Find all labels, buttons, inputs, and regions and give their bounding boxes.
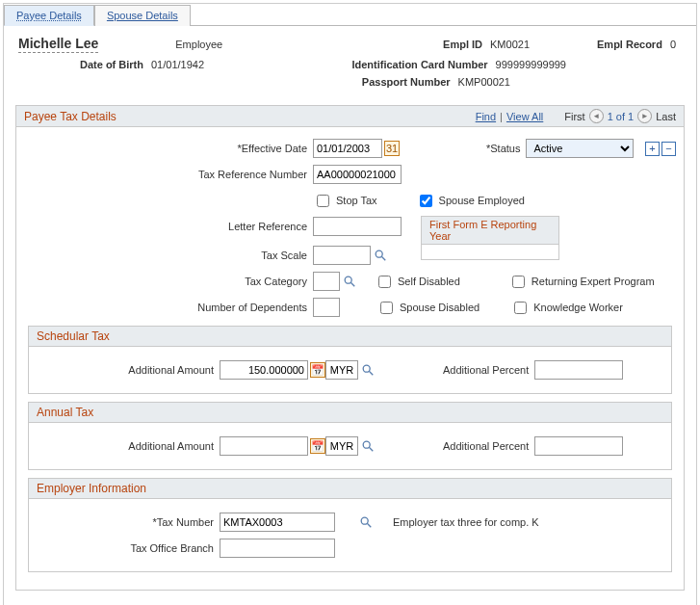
svg-line-1 [381,256,385,260]
tab-strip: Payee Details Spouse Details [4,4,696,26]
first-label: First [564,111,584,122]
tax-category-label: Tax Category [24,276,313,287]
knowledge-worker-label: Knowledge Worker [533,302,623,313]
svg-line-7 [369,447,373,451]
first-form-e-legend: First Form E Reporting Year [421,216,559,245]
annual-tax-section: Annual Tax Additional Amount 📅 Additiona… [28,402,672,470]
annual-amount-input[interactable] [220,436,308,456]
page-indicator: 1 of 1 [608,111,635,122]
spouse-disabled-checkbox[interactable]: Spouse Disabled [376,299,480,317]
svg-point-6 [363,441,370,448]
num-dependents-input[interactable] [313,298,340,317]
tax-scale-label: Tax Scale [24,250,313,261]
empl-id-value: KM0021 [490,39,530,50]
tax-scale-input[interactable] [313,246,371,265]
tax-branch-label: Tax Office Branch [37,542,220,554]
self-disabled-checkbox[interactable]: Self Disabled [375,273,460,291]
empl-id-label: Empl ID [443,39,482,50]
lookup-icon[interactable] [360,362,376,378]
svg-point-8 [361,517,368,524]
dob-label: Date of Birth [18,59,143,70]
next-icon[interactable]: ► [637,109,652,123]
tax-number-desc: Employer tax three for comp. K [393,516,539,528]
schedular-percent-input[interactable] [534,360,623,380]
passport-label: Passport Number [362,76,451,88]
first-form-e-group: First Form E Reporting Year Year [421,216,559,260]
employer-info-section: Employer Information Tax Number Employer… [28,478,672,572]
calculator-icon[interactable]: 📅 [310,362,325,378]
tax-ref-input[interactable] [313,165,402,184]
knowledge-worker-checkbox[interactable]: Knowledge Worker [510,299,623,317]
passport-value: KMP00021 [458,76,510,88]
tax-ref-label: Tax Reference Number [24,169,313,180]
tax-number-input[interactable] [220,513,335,532]
tab-payee-details[interactable]: Payee Details [4,5,94,26]
tax-category-input[interactable] [313,272,340,291]
svg-line-3 [350,282,354,286]
svg-line-9 [367,523,371,527]
num-dependents-label: Number of Dependents [24,302,313,313]
add-row-icon[interactable]: + [645,142,660,156]
section-actions: Find | View All First ◄ 1 of 1 ► Last [476,109,676,123]
calendar-icon[interactable]: 31 [384,141,400,156]
schedular-tax-title: Schedular Tax [29,327,671,347]
lookup-icon[interactable] [360,438,376,454]
schedular-amount-input[interactable] [220,360,308,380]
empl-record-value: 0 [670,39,676,50]
svg-line-5 [369,371,373,375]
payee-tax-details-section: Payee Tax Details Find | View All First … [15,105,685,591]
spouse-employed-label: Spouse Employed [439,195,525,206]
payee-name: Michelle Lee [18,36,98,53]
schedular-tax-section: Schedular Tax Additional Amount 📅 Additi… [28,326,672,394]
status-select[interactable]: Active [526,139,634,158]
svg-point-0 [376,250,382,257]
section-header: Payee Tax Details Find | View All First … [16,106,684,127]
prev-icon[interactable]: ◄ [589,109,604,123]
remove-row-icon[interactable]: − [661,142,676,156]
id-card-label: Identification Card Number [351,59,487,70]
find-link[interactable]: Find [476,111,496,122]
last-label: Last [656,111,676,122]
schedular-percent-label: Additional Percent [443,364,529,376]
spouse-employed-checkbox[interactable]: Spouse Employed [416,192,525,210]
annual-tax-title: Annual Tax [29,403,671,423]
page-container: Payee Details Spouse Details Michelle Le… [3,3,697,605]
stop-tax-checkbox[interactable]: Stop Tax [313,192,377,210]
header-block: Michelle Lee Employee Empl ID KM0021 Emp… [4,26,696,99]
stop-tax-label: Stop Tax [336,195,377,206]
svg-point-2 [345,276,351,283]
returning-expert-label: Returning Expert Program [531,276,655,287]
tax-number-label: Tax Number [37,516,220,528]
employer-info-title: Employer Information [29,479,671,499]
schedular-currency-input[interactable] [325,360,358,380]
effective-date-input[interactable] [313,139,382,158]
tax-branch-input[interactable] [220,539,335,558]
annual-currency-input[interactable] [325,436,358,456]
payee-role: Employee [175,39,222,50]
returning-expert-checkbox[interactable]: Returning Expert Program [508,273,655,291]
annual-amount-label: Additional Amount [37,440,220,452]
id-card-value: 999999999999 [496,59,566,70]
spouse-disabled-label: Spouse Disabled [400,302,480,313]
effective-date-label: Effective Date [24,143,313,154]
schedular-amount-label: Additional Amount [37,364,220,376]
lookup-icon[interactable] [358,514,374,530]
dob-value: 01/01/1942 [151,59,204,70]
annual-percent-input[interactable] [534,436,623,456]
svg-point-4 [363,365,370,372]
letter-ref-label: Letter Reference [24,221,313,232]
annual-percent-label: Additional Percent [443,440,529,452]
calculator-icon[interactable]: 📅 [310,438,325,454]
lookup-icon[interactable] [373,248,388,263]
self-disabled-label: Self Disabled [398,276,460,287]
lookup-icon[interactable] [342,274,357,289]
status-label: Status [486,143,526,154]
empl-record-label: Empl Record [597,39,662,50]
view-all-link[interactable]: View All [506,111,543,122]
section-title: Payee Tax Details [24,110,117,123]
letter-ref-input[interactable] [313,217,402,236]
tab-spouse-details[interactable]: Spouse Details [94,5,191,26]
section-body: Effective Date 31 Status Active + − Tax … [16,127,684,590]
